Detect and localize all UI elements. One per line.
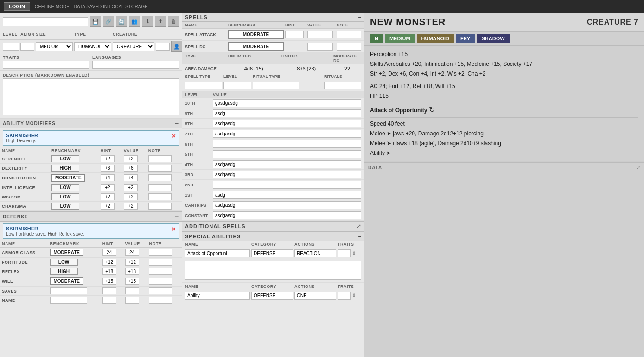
- ability-note-1[interactable]: [148, 165, 172, 172]
- spell-level-value-0[interactable]: [213, 99, 361, 107]
- ability-hint-1[interactable]: [101, 165, 115, 172]
- ability-value-1[interactable]: [124, 165, 138, 172]
- data-expand-icon[interactable]: ⤢: [636, 165, 640, 171]
- tag-n[interactable]: N: [370, 34, 383, 43]
- defense-hint-5[interactable]: [102, 297, 116, 304]
- spell-level-value-2[interactable]: [213, 120, 361, 128]
- spell-level-value-9[interactable]: [213, 191, 361, 199]
- defense-note-3[interactable]: [149, 278, 172, 285]
- spell-attack-hint[interactable]: +14: [285, 31, 304, 38]
- defense-hint-4[interactable]: [102, 287, 116, 294]
- defense-note-1[interactable]: [149, 259, 172, 266]
- special-abilities-minimize[interactable]: −: [358, 234, 361, 239]
- defense-hint-2[interactable]: [102, 268, 116, 275]
- spell-level-value-8[interactable]: [213, 181, 361, 189]
- level-input[interactable]: 7: [3, 43, 19, 51]
- defense-value-4[interactable]: [125, 287, 139, 294]
- monster-name-input[interactable]: New Monster: [3, 17, 88, 26]
- ritual-type-input[interactable]: [253, 82, 299, 89]
- link-icon[interactable]: 🔗: [103, 16, 114, 27]
- sa-category-1[interactable]: [251, 292, 293, 300]
- login-button[interactable]: LOGIN: [4, 2, 30, 11]
- description-textarea[interactable]: [3, 78, 179, 115]
- traits-input[interactable]: fey,shadow: [3, 61, 89, 69]
- sa-name-1[interactable]: [185, 292, 250, 300]
- defense-value-5[interactable]: [125, 297, 139, 304]
- tag-medium[interactable]: MEDIUM: [385, 34, 415, 43]
- users-icon[interactable]: 👥: [129, 16, 140, 27]
- defense-value-1[interactable]: [125, 259, 139, 266]
- size-select[interactable]: MEDIUMSMALLLARGE: [36, 42, 73, 51]
- ability-value-4[interactable]: [124, 193, 138, 200]
- align-input[interactable]: N: [20, 43, 34, 51]
- spell-level-value-11[interactable]: [213, 211, 361, 219]
- spell-level-value-10[interactable]: [213, 201, 361, 209]
- spell-type-input[interactable]: [185, 82, 222, 89]
- ability-minimize-btn[interactable]: −: [175, 120, 179, 127]
- skirmisher-close-1[interactable]: ×: [172, 133, 176, 139]
- defense-note-2[interactable]: [149, 268, 172, 275]
- refresh-icon[interactable]: 🔄: [116, 16, 127, 27]
- spell-attack-note[interactable]: [337, 31, 361, 38]
- ability-hint-3[interactable]: [101, 184, 115, 191]
- ability-hint-0[interactable]: [101, 155, 115, 162]
- ability-note-0[interactable]: [148, 155, 172, 162]
- languages-input[interactable]: common, etc, etc: [92, 61, 179, 69]
- creature-select[interactable]: CREATURE: [113, 42, 154, 51]
- defense-minimize-btn[interactable]: −: [175, 213, 179, 220]
- sa-actions-0[interactable]: [294, 249, 336, 257]
- defense-note-4[interactable]: [149, 287, 172, 294]
- tag-fey[interactable]: FEY: [456, 34, 475, 43]
- tag-humanoid[interactable]: HUMANOID: [417, 34, 454, 43]
- defense-hint-1[interactable]: [102, 259, 116, 266]
- upload-icon[interactable]: ⬆: [155, 16, 166, 27]
- defense-hint-3[interactable]: [102, 278, 116, 285]
- skirmisher-close-2[interactable]: ×: [172, 226, 176, 232]
- additional-expand-icon[interactable]: ⤢: [357, 223, 361, 230]
- ability-hint-4[interactable]: [101, 193, 115, 200]
- defense-value-2[interactable]: [125, 268, 139, 275]
- sa-traits-1[interactable]: [338, 292, 351, 300]
- spell-level-value-7[interactable]: [213, 171, 361, 178]
- sa-drag-0[interactable]: ⇕: [352, 250, 361, 256]
- spell-level-value-6[interactable]: [213, 160, 361, 168]
- avatar-icon[interactable]: 👤: [171, 41, 182, 52]
- spell-level-value-3[interactable]: [213, 130, 361, 138]
- tag-shadow[interactable]: SHADOW: [477, 34, 509, 43]
- ability-value-2[interactable]: [124, 174, 138, 181]
- spell-level-input[interactable]: 4th: [223, 82, 251, 89]
- ability-value-3[interactable]: [124, 184, 138, 191]
- defense-value-3[interactable]: [125, 278, 139, 285]
- ability-hint-2[interactable]: [101, 174, 115, 181]
- abilities-textarea[interactable]: [185, 261, 361, 280]
- creature-num-input[interactable]: 7: [156, 43, 170, 51]
- save-icon[interactable]: 💾: [90, 16, 101, 27]
- ability-value-5[interactable]: [124, 203, 138, 210]
- spell-level-value-4[interactable]: [213, 140, 361, 148]
- sa-name-0[interactable]: [185, 249, 250, 257]
- download-icon[interactable]: ⬇: [142, 16, 153, 27]
- spells-minimize[interactable]: −: [358, 14, 361, 20]
- spell-dc-note[interactable]: [337, 43, 361, 51]
- defense-hint-0[interactable]: [102, 249, 116, 256]
- sa-category-0[interactable]: [251, 249, 293, 257]
- ability-hint-5[interactable]: [101, 203, 115, 210]
- defense-value-0[interactable]: [125, 249, 139, 256]
- ability-note-3[interactable]: [148, 184, 172, 191]
- spell-dc-value[interactable]: 22: [307, 43, 333, 51]
- sa-actions-1[interactable]: [294, 292, 336, 300]
- ability-note-5[interactable]: [148, 203, 172, 210]
- spell-attack-value[interactable]: [307, 31, 333, 38]
- ability-note-4[interactable]: [148, 193, 172, 200]
- spell-level-value-1[interactable]: [213, 109, 361, 117]
- sa-traits-0[interactable]: [338, 249, 351, 257]
- spell-level-value-5[interactable]: [213, 150, 361, 158]
- ability-value-0[interactable]: [124, 155, 138, 162]
- rituals-input[interactable]: asdg: [324, 82, 361, 89]
- sa-drag-1[interactable]: ⇕: [352, 293, 361, 299]
- delete-icon[interactable]: 🗑: [168, 16, 179, 27]
- ability-note-2[interactable]: [148, 174, 172, 181]
- type-select[interactable]: HUMANOIDBEASTUNDEAD: [74, 42, 111, 51]
- defense-note-0[interactable]: [149, 249, 172, 256]
- defense-note-5[interactable]: [149, 297, 172, 304]
